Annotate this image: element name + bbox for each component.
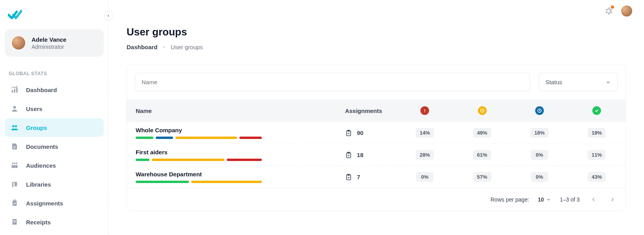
breadcrumb-dashboard[interactable]: Dashboard [127,44,157,50]
progress-bar [136,159,262,161]
cell-percent-1: 61% [454,144,511,166]
cell-percent-0: 0% [396,166,454,188]
assignments-count: 18 [357,152,364,158]
svg-rect-11 [12,165,14,168]
user-card[interactable]: Adele Vance Administrator [5,29,104,57]
svg-rect-17 [13,220,16,221]
users-group-icon [10,123,19,132]
pagination-range: 1–3 of 3 [560,196,580,203]
settings-button[interactable] [604,6,613,16]
table-row[interactable]: Warehouse Department70%57%0%43% [127,166,625,188]
sidebar-item-dashboard[interactable]: Dashboard [5,80,104,99]
sidebar-item-users[interactable]: Users [5,99,104,118]
group-name: First aiders [136,149,328,155]
page-size-value: 10 [538,196,544,203]
cell-percent-3: 43% [568,166,625,188]
cell-name: Whole Company [127,122,336,144]
rows-per-page-label: Rows per page: [491,196,529,203]
clipboard-check-icon [10,199,19,207]
sidebar-item-label: Audiences [26,162,56,169]
alert-icon [420,106,429,115]
groups-card: Status Name Assignments [127,65,626,211]
svg-point-19 [424,111,425,112]
svg-rect-14 [12,182,13,187]
svg-point-3 [13,106,16,109]
percent-badge: 43% [588,172,606,182]
clock-yellow-icon [478,106,487,115]
chevron-right-icon [609,196,616,203]
assignments-count: 7 [357,174,360,180]
sidebar-item-label: Users [26,105,43,112]
cell-assignments: 18 [336,144,396,166]
sidebar-item-receipts[interactable]: Receipts [5,213,104,231]
svg-rect-18 [13,222,16,222]
chevron-left-icon [590,196,597,203]
status-filter-label: Status [545,79,562,85]
percent-badge: 0% [531,172,548,182]
col-assignments: Assignments [336,99,396,122]
table-row[interactable]: First aiders1828%61%0%11% [127,144,625,166]
prev-page-button[interactable] [588,194,599,205]
sidebar-item-label: Receipts [26,219,51,226]
assignments-count: 90 [357,130,364,136]
svg-point-9 [14,163,15,164]
svg-rect-2 [16,87,17,93]
cell-percent-2: 18% [511,122,568,144]
user-icon [10,104,19,113]
breadcrumb-separator: • [163,44,165,50]
user-role: Administrator [32,44,66,50]
logo-icon [8,9,22,20]
sidebar: Adele Vance Administrator GLOBAL STATS D… [0,0,108,235]
clipboard-icon [345,151,352,159]
sidebar-item-libraries[interactable]: Libraries [5,175,104,194]
notification-dot [611,6,614,9]
svg-rect-12 [14,165,16,168]
svg-rect-7 [13,148,15,148]
sidebar-item-label: Groups [26,124,47,131]
svg-rect-20 [424,109,425,111]
user-name: Adele Vance [32,36,66,43]
avatar [11,35,26,50]
table-row[interactable]: Whole Company9014%49%18%19% [127,122,625,144]
svg-rect-13 [16,165,18,168]
col-status-alert [396,99,454,122]
progress-bar [136,137,262,139]
cell-percent-2: 0% [511,166,568,188]
sidebar-item-audiences[interactable]: Audiences [5,156,104,175]
sidebar-item-label: Documents [26,143,58,150]
svg-point-10 [16,163,17,164]
svg-point-4 [12,125,14,127]
groups-table: Name Assignments [127,99,625,188]
name-filter-input[interactable] [135,73,530,91]
percent-badge: 49% [473,128,491,138]
chevron-down-icon [546,197,551,202]
cell-percent-1: 49% [454,122,511,144]
cell-percent-0: 28% [396,144,454,166]
svg-point-8 [12,163,13,164]
col-status-pending [454,99,511,122]
next-page-button[interactable] [607,194,618,205]
svg-point-5 [15,125,17,127]
cell-percent-3: 11% [568,144,625,166]
col-status-scheduled [511,99,568,122]
cell-percent-1: 57% [454,166,511,188]
collapse-sidebar-button[interactable] [104,11,113,20]
main: User groups Dashboard • User groups Stat… [108,0,644,235]
col-name: Name [127,99,336,122]
sidebar-item-label: Assignments [26,200,63,207]
sidebar-section-label: GLOBAL STATS [5,68,104,80]
svg-rect-16 [14,200,16,201]
topbar-avatar[interactable] [620,5,633,17]
sidebar-item-documents[interactable]: Documents [5,137,104,156]
sidebar-item-label: Libraries [26,181,51,188]
sidebar-item-assignments[interactable]: Assignments [5,194,104,213]
cell-name: First aiders [127,144,336,166]
receipt-icon [10,218,19,226]
percent-badge: 18% [530,128,549,138]
cell-percent-0: 14% [396,122,454,144]
status-filter-select[interactable]: Status [539,73,618,91]
sidebar-item-groups[interactable]: Groups [5,118,104,137]
cell-assignments: 90 [336,122,396,144]
chart-icon [10,85,19,94]
rows-per-page-select[interactable]: 10 [538,196,551,203]
